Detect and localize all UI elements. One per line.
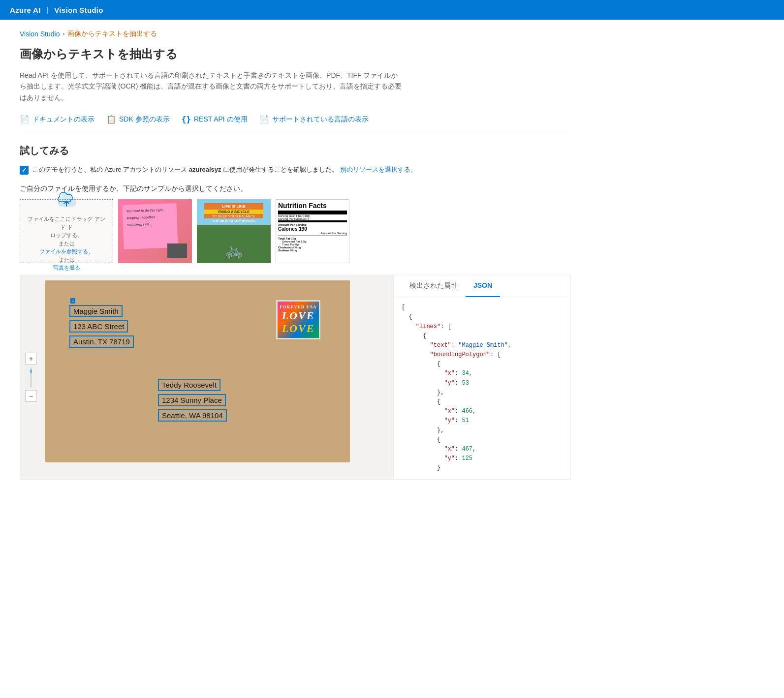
tryit-title: 試してみる [20,144,571,157]
docs-icon: 📄 [20,115,30,124]
zoom-in-button[interactable]: + [25,353,37,364]
image-viewer: + − 1 Maggie Smith [20,275,393,479]
browse-file-link[interactable]: ファイルを参照する、 [39,248,94,254]
sender-street: 123 ABC Street [73,322,124,331]
consent-checkbox[interactable]: ✓ [20,166,29,175]
resource-name: azureaisyz [189,166,221,173]
breadcrumb-current: 画像からテキストを抽出する [67,30,157,38]
sender-name: Maggie Smith [73,307,119,315]
zoom-handle[interactable] [31,369,31,373]
recipient-address: Teddy Roosevelt 1234 Sunny Place Seattle… [158,379,227,422]
app-header: Azure AI | Vision Studio [0,0,784,20]
breadcrumb-parent-link[interactable]: Vision Studio [20,30,60,38]
sample-image-3[interactable]: Nutrition Facts Serving size: 1 bar (40g… [276,199,349,263]
envelope-image: 1 Maggie Smith 123 ABC Street Austin, TX… [45,280,350,462]
rest-label: REST API の使用 [194,115,248,124]
panel-tabs: 検出された属性 JSON [394,275,570,297]
rest-icon: {} [182,115,191,124]
rest-link[interactable]: {} REST API の使用 [182,115,248,124]
page-description: Read API を使用して、サポートされている言語の印刷されたテキストと手書き… [20,70,404,103]
stamp-forever: FOREVER USA [280,304,316,309]
zoom-out-button[interactable]: − [25,390,37,402]
sdk-link[interactable]: 📋 SDK 参照の表示 [106,115,170,124]
consent-row: ✓ このデモを行うと、私の Azure アカウントのリソース azureaisy… [20,165,571,175]
sample-label: ご自分のファイルを使用するか、下記のサンプルから選択してください。 [20,184,571,193]
take-photo-link[interactable]: 写真を撮る [53,265,80,271]
zoom-controls: + − [25,353,37,402]
stamp: FOREVER USA LOVE LOVE [276,300,320,339]
page-title: 画像からテキストを抽出する [20,46,571,62]
sample-image-2[interactable]: LIFE IS LIKE RIDING A BICYCLE TO KEEP YO… [197,199,271,263]
product-title: Vision Studio [54,6,103,14]
json-panel: 検出された属性 JSON [ { "lines": [ { "text": "M… [393,275,570,479]
lang-link[interactable]: 📄 サポートされている言語の表示 [259,115,369,124]
breadcrumb: Vision Studio › 画像からテキストを抽出する [20,30,571,38]
upload-cloud-icon [57,190,76,212]
docs-link[interactable]: 📄 ドキュメントの表示 [20,115,94,124]
select-resource-link[interactable]: 別のリソースを選択する。 [340,166,417,173]
lang-label: サポートされている言語の表示 [272,115,369,124]
sdk-icon: 📋 [106,115,116,124]
breadcrumb-separator: › [63,30,64,37]
recipient-name: Teddy Roosevelt [162,381,217,389]
links-row: 📄 ドキュメントの表示 📋 SDK 参照の表示 {} REST API の使用 … [20,115,571,132]
recipient-city: Seattle, WA 98104 [162,411,223,420]
tab-json[interactable]: JSON [466,275,500,297]
consent-text: このデモを行うと、私の Azure アカウントのリソース azureaisyz … [32,165,417,174]
upload-box[interactable]: ファイルをここにドラッグ アンド ド ロップする。 または ファイルを参照する、… [20,199,113,263]
stamp-love-text2: LOVE [282,322,315,335]
upload-text: ファイルをここにドラッグ アンド ド ロップする。 または ファイルを参照する、… [25,215,108,272]
lang-icon: 📄 [259,115,269,124]
sender-city: Austin, TX 78719 [73,337,130,346]
checkmark-icon: ✓ [22,167,27,174]
header-separator: | [47,6,49,14]
result-split-view: + − 1 Maggie Smith [20,275,571,479]
tab-detected[interactable]: 検出された属性 [402,275,466,297]
json-content[interactable]: [ { "lines": [ { "text": "Maggie Smith",… [394,297,570,479]
main-content: Vision Studio › 画像からテキストを抽出する 画像からテキストを抽… [0,20,591,499]
docs-label: ドキュメントの表示 [32,115,94,124]
sample-image-1[interactable]: We need to do this right... keeping it t… [118,199,192,263]
sender-address: 1 Maggie Smith 123 ABC Street Austin, TX… [69,305,134,348]
recipient-street: 1234 Sunny Place [162,396,222,404]
bbox-label-1: 1 [70,298,75,303]
samples-row: ファイルをここにドラッグ アンド ド ロップする。 または ファイルを参照する、… [20,199,571,263]
stamp-love-text: LOVE [282,309,315,322]
brand-title: Azure AI [10,6,41,14]
sdk-label: SDK 参照の表示 [119,115,170,124]
zoom-slider[interactable] [25,365,37,389]
